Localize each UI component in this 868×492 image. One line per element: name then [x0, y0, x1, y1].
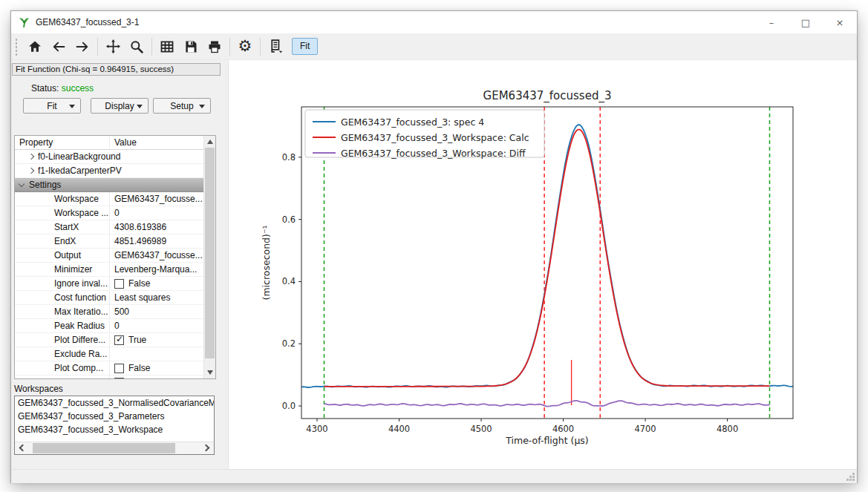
property-row[interactable]: WorkspaceGEM63437_focusse...: [15, 192, 215, 206]
legend-entry: GEM63437_focussed_3: spec 4: [341, 117, 484, 128]
property-value[interactable]: 0: [110, 206, 215, 220]
property-value[interactable]: GEM63437_focusse...: [110, 192, 215, 206]
display-menu-button[interactable]: Display: [91, 98, 149, 114]
series-line-1: [324, 130, 770, 387]
workspace-list-item[interactable]: GEM63437_focussed_3_NormalisedCovariance…: [15, 396, 214, 410]
property-row[interactable]: Max Iteratio...500: [15, 305, 215, 319]
resize-grip-icon[interactable]: [846, 472, 855, 482]
property-row[interactable]: StartX4308.619386: [15, 220, 215, 234]
scroll-left-arrow[interactable]: [19, 445, 27, 452]
property-value[interactable]: Least squares: [110, 291, 215, 304]
customize-button[interactable]: ⚙: [233, 36, 257, 58]
scroll-up-arrow[interactable]: [207, 140, 213, 144]
property-row[interactable]: Exclude Ra...: [15, 347, 215, 361]
property-row[interactable]: Plot Differe...✓True: [15, 333, 215, 347]
property-row[interactable]: OutputGEM63437_focusse...: [15, 249, 215, 263]
checkbox[interactable]: [114, 378, 124, 380]
property-row[interactable]: f1-IkedaCarpenterPV: [15, 164, 215, 178]
legend-entry: GEM63437_focussed_3_Workspace: Diff: [341, 148, 526, 159]
toolbar-separator: [229, 38, 230, 56]
plot-toolbar: ⚙ Fit: [11, 33, 857, 60]
setup-menu-button[interactable]: Setup: [153, 98, 211, 114]
x-tick-label: 4300: [306, 424, 327, 434]
property-row[interactable]: Settings: [15, 178, 215, 192]
zoom-icon: [129, 39, 144, 54]
property-value[interactable]: False: [110, 361, 215, 375]
gear-icon: ⚙: [238, 39, 252, 54]
forward-button[interactable]: [71, 36, 94, 58]
property-value[interactable]: ✓True: [110, 333, 215, 347]
property-value[interactable]: Fal...: [110, 375, 215, 379]
scrollbar-thumb[interactable]: [205, 148, 215, 358]
dock-header[interactable]: Fit Function (Chi-sq = 0.964915, success…: [12, 63, 221, 76]
scroll-down-arrow[interactable]: [207, 370, 213, 375]
property-row[interactable]: Convolve C...Fal...: [15, 375, 215, 379]
back-button[interactable]: [47, 36, 71, 58]
property-name: Workspace: [15, 192, 110, 206]
checkbox[interactable]: [114, 279, 124, 289]
toolbar-separator: [97, 38, 98, 56]
property-value[interactable]: Levenberg-Marqua...: [110, 263, 215, 276]
scrollbar-thumb[interactable]: [33, 443, 175, 453]
fit-window: GEM63437_focussed_3-1 – □ ×: [10, 10, 858, 483]
forward-arrow-icon: [75, 39, 90, 54]
window-title: GEM63437_focussed_3-1: [36, 17, 139, 27]
close-button[interactable]: ×: [823, 11, 857, 33]
fit-menu-label: Fit: [47, 101, 56, 111]
x-tick-label: 4800: [717, 424, 738, 434]
fit-property-browser: Property Value f0-LinearBackgroundf1-Ike…: [14, 135, 216, 379]
property-name: Ignore inval...: [15, 277, 110, 290]
property-value[interactable]: 0: [110, 319, 215, 332]
workspaces-hscrollbar[interactable]: [15, 442, 214, 454]
checkbox[interactable]: ✓: [114, 335, 124, 345]
property-row[interactable]: Cost functionLeast squares: [15, 291, 215, 305]
property-value[interactable]: GEM63437_focusse...: [110, 249, 215, 262]
zoom-button[interactable]: [125, 36, 149, 58]
home-button[interactable]: [23, 36, 47, 58]
workspace-list-item[interactable]: GEM63437_focussed_3_Workspace: [15, 423, 214, 436]
property-name: EndX: [15, 234, 110, 248]
minimize-button[interactable]: –: [754, 11, 789, 33]
print-icon: [207, 39, 222, 54]
plot-canvas[interactable]: GEM63437_focussed_3Time-of-flight (μs)(m…: [231, 64, 858, 465]
property-value[interactable]: [110, 347, 215, 361]
fit-toggle-button[interactable]: Fit: [292, 38, 318, 55]
property-row[interactable]: f0-LinearBackground: [15, 150, 215, 164]
property-value[interactable]: False: [110, 277, 215, 290]
checkbox[interactable]: [114, 364, 124, 373]
scroll-right-arrow[interactable]: [203, 445, 210, 452]
fit-menu-button[interactable]: Fit: [23, 98, 81, 114]
plot-options-icon: [268, 39, 284, 54]
toolbar-separator: [151, 38, 152, 56]
toolbar-grip[interactable]: [15, 38, 19, 56]
property-row[interactable]: EndX4851.496989: [15, 234, 215, 249]
property-row[interactable]: Plot Comp...False: [15, 361, 215, 375]
checkmark-icon: ✓: [116, 334, 123, 344]
property-value[interactable]: 4851.496989: [110, 234, 215, 248]
property-row[interactable]: Ignore inval...False: [15, 277, 215, 291]
plot-options-button[interactable]: [264, 36, 287, 58]
property-row[interactable]: Workspace ...0: [15, 206, 215, 220]
chevron-down-icon: [137, 105, 143, 108]
save-button[interactable]: [179, 36, 203, 58]
property-value[interactable]: 500: [110, 305, 215, 318]
property-row[interactable]: Peak Radius0: [15, 319, 215, 333]
y-tick-label: 0.8: [282, 152, 296, 163]
property-row[interactable]: MinimizerLevenberg-Marqua...: [15, 263, 215, 277]
output-workspaces-list[interactable]: GEM63437_focussed_3_NormalisedCovariance…: [14, 396, 215, 455]
mantid-app-icon: [18, 16, 30, 29]
property-name: Output: [15, 249, 110, 262]
property-value[interactable]: 4308.619386: [110, 220, 215, 234]
property-name: Plot Differe...: [15, 333, 110, 347]
figure-area: GEM63437_focussed_3Time-of-flight (μs)(m…: [229, 60, 857, 469]
grid-button[interactable]: [155, 36, 179, 58]
toolbar-separator: [260, 38, 261, 56]
home-icon: [27, 39, 42, 54]
property-grid-scrollbar[interactable]: [203, 136, 215, 378]
title-bar[interactable]: GEM63437_focussed_3-1 – □ ×: [11, 11, 857, 33]
maximize-button[interactable]: □: [789, 11, 823, 33]
x-tick-label: 4700: [634, 424, 656, 434]
workspace-list-item[interactable]: GEM63437_focussed_3_Parameters: [15, 410, 214, 423]
print-button[interactable]: [203, 36, 226, 58]
pan-button[interactable]: [101, 36, 125, 58]
